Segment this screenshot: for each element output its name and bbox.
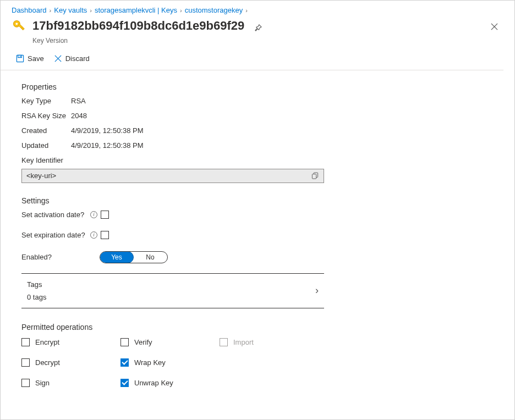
enabled-no[interactable]: No <box>133 252 167 263</box>
save-icon <box>16 54 24 63</box>
chevron-right-icon: › <box>90 7 92 14</box>
rsa-size-value: 2048 <box>71 112 87 120</box>
pin-button[interactable] <box>251 20 266 36</box>
content: Properties Key Type RSA RSA Key Size 204… <box>1 70 514 398</box>
updated-value: 4/9/2019, 12:50:38 PM <box>71 141 144 150</box>
breadcrumb-item[interactable]: Dashboard <box>12 6 47 14</box>
enabled-yes[interactable]: Yes <box>100 251 134 263</box>
unwrap-checkbox[interactable] <box>120 379 129 387</box>
svg-rect-6 <box>20 56 21 57</box>
enabled-toggle[interactable]: Yes No <box>100 251 168 263</box>
properties-heading: Properties <box>21 82 494 91</box>
decrypt-checkbox[interactable] <box>21 358 30 367</box>
chevron-right-icon: › <box>245 7 248 14</box>
expiration-label: Set expiration date? <box>21 231 87 239</box>
page-title: 17bf9182bb694f109b8dc6d1e9b69f29 <box>32 19 244 32</box>
save-button[interactable]: Save <box>16 54 44 63</box>
op-decrypt: Decrypt <box>21 358 120 367</box>
key-identifier-value: <key-uri> <box>26 172 311 180</box>
key-type-label: Key Type <box>21 97 71 105</box>
encrypt-label: Encrypt <box>35 338 59 346</box>
sign-label: Sign <box>35 379 50 387</box>
breadcrumb-item[interactable]: Key vaults <box>54 6 87 14</box>
chevron-right-icon: › <box>50 7 52 14</box>
encrypt-checkbox[interactable] <box>21 338 30 346</box>
decrypt-label: Decrypt <box>35 358 60 367</box>
created-row: Created 4/9/2019, 12:50:38 PM <box>21 126 494 135</box>
svg-point-1 <box>15 23 18 25</box>
save-label: Save <box>28 54 44 63</box>
unwrap-label: Unwrap Key <box>134 379 173 387</box>
page-header: 17bf9182bb694f109b8dc6d1e9b69f29 Key Ver… <box>1 18 514 49</box>
updated-row: Updated 4/9/2019, 12:50:38 PM <box>21 141 494 150</box>
op-unwrap: Unwrap Key <box>120 379 220 387</box>
key-type-value: RSA <box>71 97 86 105</box>
key-identifier-label: Key Identifier <box>21 156 494 164</box>
chevron-right-icon: › <box>180 7 182 14</box>
discard-button[interactable]: Discard <box>54 54 90 63</box>
tags-label: Tags <box>27 280 315 289</box>
expiration-row: Set expiration date? i <box>21 231 494 239</box>
discard-label: Discard <box>65 54 90 63</box>
svg-rect-8 <box>312 174 316 178</box>
activation-checkbox[interactable] <box>101 211 109 219</box>
created-value: 4/9/2019, 12:50:38 PM <box>71 126 144 135</box>
chevron-right-icon: › <box>315 285 319 296</box>
key-type-row: Key Type RSA <box>21 97 494 105</box>
op-encrypt: Encrypt <box>21 338 120 346</box>
expiration-checkbox[interactable] <box>101 231 109 239</box>
created-label: Created <box>21 126 71 135</box>
copy-icon[interactable] <box>311 172 319 180</box>
rsa-size-row: RSA Key Size 2048 <box>21 112 494 120</box>
import-label: Import <box>233 338 254 346</box>
enabled-row: Enabled? Yes No <box>21 251 494 263</box>
op-sign: Sign <box>21 379 120 387</box>
activation-row: Set activation date? i <box>21 211 494 219</box>
tags-section[interactable]: Tags 0 tags › <box>21 273 324 308</box>
sign-checkbox[interactable] <box>21 379 30 387</box>
info-icon[interactable]: i <box>90 211 97 218</box>
toolbar: Save Discard <box>1 49 503 70</box>
breadcrumb-item[interactable]: customstoragekey <box>185 6 243 14</box>
info-icon[interactable]: i <box>90 231 97 239</box>
op-import: Import <box>220 338 319 346</box>
page-subtitle: Key Version <box>32 37 491 45</box>
permitted-ops-heading: Permitted operations <box>21 323 494 331</box>
breadcrumb: Dashboard › Key vaults › storagesamplekv… <box>1 1 514 18</box>
close-button[interactable] <box>491 19 503 32</box>
discard-icon <box>54 54 62 63</box>
breadcrumb-item[interactable]: storagesamplekvcli | Keys <box>95 6 177 14</box>
verify-label: Verify <box>134 338 152 346</box>
key-icon <box>12 19 27 34</box>
import-checkbox <box>220 338 228 346</box>
op-wrap: Wrap Key <box>120 358 220 367</box>
wrap-label: Wrap Key <box>134 358 166 367</box>
key-identifier-field[interactable]: <key-uri> <box>21 169 324 183</box>
activation-label: Set activation date? <box>21 211 87 219</box>
updated-label: Updated <box>21 141 71 150</box>
enabled-label: Enabled? <box>21 253 100 261</box>
settings-heading: Settings <box>21 196 494 205</box>
wrap-checkbox[interactable] <box>120 358 129 367</box>
permitted-ops-grid: Encrypt Verify Import Decrypt Wrap Key S… <box>21 338 494 387</box>
op-verify: Verify <box>120 338 220 346</box>
tags-count: 0 tags <box>27 293 315 301</box>
verify-checkbox[interactable] <box>120 338 129 346</box>
rsa-size-label: RSA Key Size <box>21 112 71 120</box>
